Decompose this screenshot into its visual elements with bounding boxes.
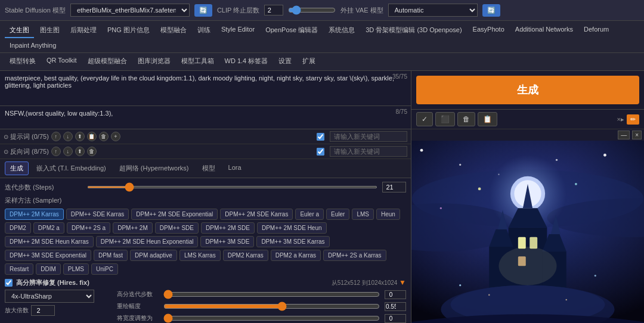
negative-prompt-input[interactable] [0,106,411,127]
neg-btn-1[interactable]: ↑ [51,147,61,156]
prompt-label[interactable]: ⊙ 提示词 (0/75) [4,132,49,141]
action-check-btn[interactable]: ✓ [416,112,433,126]
tab-pnginfo[interactable]: PNG 图片信息 [103,23,154,38]
hires-steps-value[interactable] [385,290,406,299]
tab-extensions[interactable]: 扩展 [298,54,320,69]
subtab-lora[interactable]: Lora [223,162,247,175]
scale-input[interactable] [31,305,55,316]
neg-keyword-input[interactable] [330,146,407,157]
image-close-btn[interactable]: × [632,131,642,139]
neg-label[interactable]: ⊙ 反向词 (8/75) [4,147,49,156]
keyword-checkbox[interactable] [317,133,326,141]
tab-sysinfo[interactable]: 系统信息 [324,23,360,38]
tab-super-merge[interactable]: 超级模型融合 [83,54,132,69]
tab-merge[interactable]: 模型融合 [156,23,191,38]
sampler-dpm2-karras[interactable]: DPM2 Karras [223,250,268,261]
hires-width-value[interactable] [385,314,406,323]
tab-img2img[interactable]: 图生图 [35,23,64,38]
neg-btn-3[interactable]: ⬆ [75,147,85,156]
hires-denoise-value[interactable] [385,302,406,311]
neg-keyword-checkbox[interactable] [317,148,326,156]
sampler-dpm2m[interactable]: DPM++ 2M [113,222,153,234]
tab-openpose[interactable]: OpenPose 编辑器 [261,23,323,38]
sampler-dpm3m-sde[interactable]: DPM++ 3M SDE [200,236,254,247]
sampler-lms-karras[interactable]: LMS Karras [179,250,221,261]
tab-qr[interactable]: QR Toolkit [42,54,82,69]
tab-wd-tagger[interactable]: WD 1.4 标签器 [220,54,273,69]
sampler-lms[interactable]: LMS [352,209,374,220]
sampler-restart[interactable]: Restart [5,263,33,275]
sampler-dpm2sa-karras[interactable]: DPM++ 2S a Karras [323,250,386,261]
tab-settings[interactable]: 设置 [274,54,296,69]
tab-postprocess[interactable]: 后期处理 [66,23,101,38]
subtab-generate[interactable]: 生成 [5,162,29,175]
clip-input[interactable] [264,5,283,15]
generate-button[interactable]: 生成 [416,76,639,104]
sampler-dpm2-a[interactable]: DPM2 a [33,222,64,234]
prompt-btn-2[interactable]: ↓ [63,132,73,141]
prompt-btn-1[interactable]: ↑ [51,132,61,141]
sampler-unipc[interactable]: UniPC [91,263,118,275]
sampler-heun[interactable]: Heun [376,209,400,220]
action-trash-btn[interactable]: 🗑 [457,112,475,126]
sampler-dpm3m-sde-exp[interactable]: DPM++ 3M SDE Exponential [5,250,91,261]
sampler-dpm2msde-heun-k[interactable]: DPM++ 2M SDE Heun Karras [5,236,94,247]
subtab-model[interactable]: 模型 [197,162,221,175]
sampler-euler-a[interactable]: Euler a [295,209,324,220]
neg-btn-4[interactable]: 🗑 [87,147,97,156]
tab-easyphoto[interactable]: EasyPhoto [468,23,509,38]
positive-prompt-input[interactable] [0,71,411,104]
sampler-dpmsde[interactable]: DPM++ SDE [155,222,199,234]
tab-deforum[interactable]: Deforum [579,23,614,38]
sampler-dpm-sde-karras[interactable]: DPM++ SDE Karras [66,209,129,220]
prompt-btn-4[interactable]: 📋 [87,132,97,141]
clip-slider[interactable] [288,5,336,15]
sampler-dpm2sa[interactable]: DPM++ 2S a [67,222,110,234]
sampler-dpm2m-sde-exp[interactable]: DPM++ 2M SDE Exponential [131,209,218,220]
action-copy-btn[interactable]: 📋 [478,112,497,126]
action-square-btn[interactable]: ⬛ [435,112,455,126]
prompt-btn-5[interactable]: 🗑 [99,132,109,141]
model-refresh-btn[interactable]: 🔄 [194,4,212,17]
sampler-dpm3m-sde-k[interactable]: DPM++ 3M SDE Karras [256,236,329,247]
sampler-dpm2msde-heun[interactable]: DPM++ 2M SDE Heun [257,222,327,234]
subtab-hypernetworks[interactable]: 超网络 (Hypernetworks) [114,162,194,175]
neg-btn-2[interactable]: ↓ [63,147,73,156]
model-select[interactable]: etherBluMix_etherBluMix7.safetensors [6i [70,4,190,17]
hires-checkbox[interactable] [5,279,13,287]
image-minimize-btn[interactable]: — [618,131,630,139]
sampler-dpm2[interactable]: DPM2 [5,222,31,234]
sampler-dpm2m-sde-karras[interactable]: DPM++ 2M SDE Karras [220,209,293,220]
tab-gallery[interactable]: 图库浏览器 [133,54,175,69]
hires-width-slider[interactable] [163,313,380,323]
tab-inpaint[interactable]: Inpaint Anything [5,39,61,52]
tab-model-convert[interactable]: 模型转换 [5,54,41,69]
sampler-dpm2m-karras[interactable]: DPM++ 2M Karras [5,209,64,220]
tab-3d-openpose[interactable]: 3D 骨架模型编辑 (3D Openpose) [361,23,466,38]
sampler-plms[interactable]: PLMS [63,263,89,275]
sampler-dpmadaptive[interactable]: DPM adaptive [130,250,177,261]
steps-value[interactable] [382,182,406,192]
prompt-btn-3[interactable]: ⬆ [75,132,85,141]
vae-select[interactable]: Automatic [388,4,478,17]
tab-style-editor[interactable]: Style Editor [216,23,259,38]
sampler-euler[interactable]: Euler [326,209,349,220]
sampler-ddim[interactable]: DDIM [36,263,61,275]
pen-edit-btn[interactable]: ✏ [627,114,639,125]
sampler-dpm2msde-heun-exp[interactable]: DPM++ 2M SDE Heun Exponential [96,236,199,247]
tab-additional-networks[interactable]: Additional Networks [510,23,578,38]
sampler-dpm2a-karras[interactable]: DPM2 a Karras [271,250,321,261]
keyword-input[interactable] [330,131,407,142]
tab-txt2img[interactable]: 文生图 [5,23,34,38]
hires-steps-slider[interactable] [163,290,380,299]
tab-model-tools[interactable]: 模型工具箱 [177,54,219,69]
prompt-btn-6[interactable]: + [111,132,120,141]
steps-slider[interactable] [87,186,377,188]
vae-refresh-btn[interactable]: 🔄 [482,4,500,17]
hires-denoise-slider[interactable] [163,302,380,311]
sampler-dpm2msde[interactable]: DPM++ 2M SDE [201,222,255,234]
tab-train[interactable]: 训练 [193,23,215,38]
hires-upscaler-select[interactable]: 4x-UltraSharp [5,290,94,303]
subtab-embedding[interactable]: 嵌入式 (T.I. Embedding) [31,162,112,175]
sampler-dpmfast[interactable]: DPM fast [94,250,128,261]
